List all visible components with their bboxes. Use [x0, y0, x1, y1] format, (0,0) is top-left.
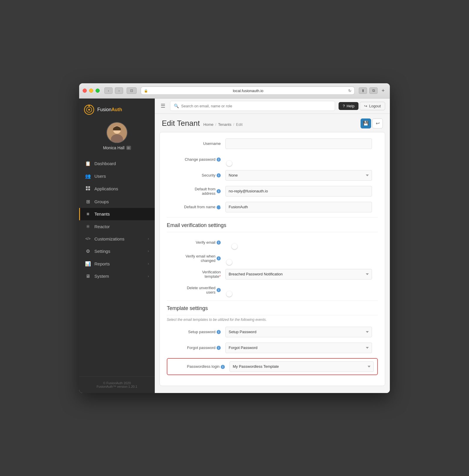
dashboard-icon: 📋: [85, 161, 91, 166]
chevron-right-icon: ›: [148, 249, 149, 253]
setup-password-select[interactable]: Setup Password Custom Setup Password: [225, 327, 372, 337]
sidebar-item-reactor[interactable]: ⚛ Reactor: [79, 220, 155, 233]
toolbar-right: ⬆ ⧉ +: [359, 87, 386, 94]
sidebar-item-reports[interactable]: 📊 Reports ›: [79, 258, 155, 270]
forgot-password-select[interactable]: Forgot Password Custom Forgot Password: [225, 343, 372, 353]
verify-email-changed-label: Verify email whenchanged i: [167, 254, 225, 263]
copy-tab-button[interactable]: ⧉: [369, 87, 378, 94]
setup-password-label: Setup password i: [167, 330, 225, 334]
sidebar-item-label: Tenants: [94, 211, 110, 216]
svg-rect-10: [88, 189, 90, 190]
svg-point-3: [89, 105, 90, 106]
back-button[interactable]: ‹: [104, 87, 113, 94]
sidebar-item-label: Customizations: [94, 236, 125, 241]
forward-button[interactable]: ›: [115, 87, 123, 94]
username-input[interactable]: [225, 138, 372, 149]
passwordless-login-row: Passwordless login i My Passwordless Tem…: [171, 361, 374, 372]
new-tab-button[interactable]: +: [380, 87, 386, 94]
sidebar-header: FusionAuth: [79, 99, 155, 120]
breadcrumb-home[interactable]: Home: [203, 122, 214, 127]
breadcrumb-tenants[interactable]: Tenants: [218, 122, 232, 127]
reactor-icon: ⚛: [85, 224, 91, 229]
username: Monica Hall ▤: [103, 145, 131, 150]
default-from-address-input[interactable]: [225, 186, 372, 197]
passwordless-login-select[interactable]: My Passwordless Template Default Passwor…: [230, 361, 374, 372]
top-bar: ☰ 🔍 ? Help ↪ Logout: [155, 99, 390, 114]
sidebar-item-users[interactable]: 👥 Users: [79, 170, 155, 182]
default-from-name-input[interactable]: [225, 202, 372, 212]
security-row: Security i None TLS STARTTLS: [167, 170, 378, 181]
change-password-info-icon[interactable]: i: [217, 157, 221, 162]
fullscreen-button[interactable]: [96, 89, 100, 93]
search-box: 🔍: [170, 101, 335, 111]
breadcrumb-sep-1: /: [215, 122, 216, 127]
setup-password-info-icon[interactable]: i: [217, 330, 221, 334]
tab-button[interactable]: ⊡: [127, 87, 137, 94]
app-layout: FusionAuth Monica Hall: [79, 99, 390, 393]
search-input[interactable]: [181, 104, 331, 108]
forgot-password-control: Forgot Password Custom Forgot Password: [225, 343, 372, 353]
minimize-button[interactable]: [89, 89, 93, 93]
logo-text: FusionAuth: [97, 107, 122, 112]
page-title: Edit Tenant: [162, 119, 200, 128]
chevron-right-icon: ›: [148, 237, 149, 241]
reload-button[interactable]: ↻: [348, 89, 351, 93]
verify-email-changed-info-icon[interactable]: i: [217, 256, 221, 260]
form-content[interactable]: Username Change password i: [155, 132, 390, 393]
default-from-address-control: [225, 186, 372, 197]
setup-password-control: Setup Password Custom Setup Password: [225, 327, 372, 337]
sidebar-item-dashboard[interactable]: 📋 Dashboard: [79, 157, 155, 170]
default-from-name-info-icon[interactable]: i: [217, 205, 221, 209]
sidebar-item-tenants[interactable]: ≡ Tenants: [79, 208, 155, 220]
sidebar-footer: © FusionAuth 2020 FusionAuth™ version 1.…: [79, 376, 155, 393]
template-settings-section-header: Template settings: [167, 305, 378, 315]
avatar-image: [107, 123, 127, 143]
sidebar-item-groups[interactable]: ⊞ Groups: [79, 195, 155, 208]
passwordless-login-control: My Passwordless Template Default Passwor…: [230, 361, 374, 372]
sidebar-item-applications[interactable]: Applications: [79, 182, 155, 195]
title-bar: ‹ › ⊡ 🔒 local.fusionauth.io ↻ ⬆ ⧉ +: [79, 83, 390, 99]
back-action-button[interactable]: ↩: [372, 118, 383, 128]
hamburger-button[interactable]: ☰: [159, 101, 166, 110]
sidebar: FusionAuth Monica Hall: [79, 99, 155, 393]
verify-email-row: Verify email i: [167, 237, 378, 248]
traffic-lights: [83, 89, 100, 93]
security-control: None TLS STARTTLS: [225, 170, 372, 181]
page-actions: 💾 ↩: [361, 118, 383, 128]
help-icon: ?: [343, 104, 345, 108]
passwordless-login-info-icon[interactable]: i: [221, 365, 225, 369]
help-button[interactable]: ? Help: [339, 102, 358, 110]
security-select[interactable]: None TLS STARTTLS: [225, 170, 372, 181]
verify-email-info-icon[interactable]: i: [217, 240, 221, 245]
divider-2: [167, 300, 378, 301]
avatar: [106, 122, 128, 143]
default-from-address-info-icon[interactable]: i: [217, 189, 221, 193]
delete-unverified-users-label: Delete unverifiedusers i: [167, 286, 225, 294]
forgot-password-info-icon[interactable]: i: [217, 346, 221, 350]
save-button[interactable]: 💾: [361, 118, 371, 128]
system-icon: 🖥: [85, 274, 91, 279]
username-control: [225, 138, 372, 149]
search-icon: 🔍: [174, 104, 179, 108]
template-settings-desc: Select the email templates to be utilize…: [167, 318, 378, 322]
sidebar-item-system[interactable]: 🖥 System ›: [79, 270, 155, 282]
change-password-row: Change password i: [167, 154, 378, 165]
sidebar-item-label: Groups: [94, 199, 109, 204]
verification-template-select[interactable]: Breached Password Notification Email Ver…: [225, 269, 372, 279]
share-button[interactable]: ⬆: [359, 87, 367, 94]
divider-1: [167, 217, 378, 218]
page-header: Edit Tenant Home / Tenants / Edit 💾 ↩: [155, 114, 390, 132]
logout-button[interactable]: ↪ Logout: [360, 102, 385, 110]
breadcrumb-sep-2: /: [233, 122, 234, 127]
verify-email-changed-row: Verify email whenchanged i: [167, 253, 378, 264]
avatar-section: Monica Hall ▤: [79, 120, 155, 155]
security-info-icon[interactable]: i: [217, 173, 221, 177]
verification-template-row: Verificationtemplate* Breached Password …: [167, 269, 378, 280]
sidebar-item-settings[interactable]: ⚙ Settings ›: [79, 245, 155, 258]
user-badge: ▤: [126, 146, 131, 150]
sidebar-item-customizations[interactable]: </> Customizations ›: [79, 233, 155, 245]
delete-unverified-info-icon[interactable]: i: [217, 288, 221, 292]
applications-icon: [85, 186, 91, 192]
close-button[interactable]: [83, 89, 87, 93]
form-section-main: Username Change password i: [160, 132, 385, 386]
